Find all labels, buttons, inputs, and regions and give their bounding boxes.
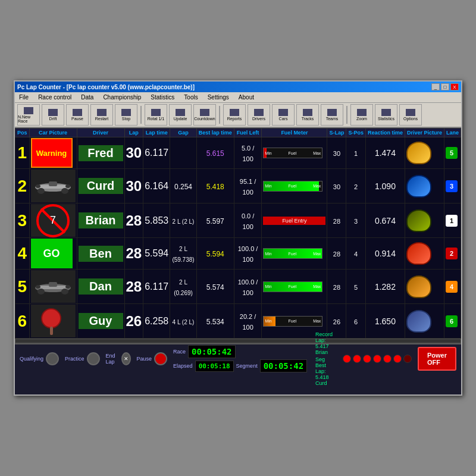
svg-point-15 bbox=[65, 285, 70, 289]
table-row: 3 7 Brian 28 5.853 bbox=[15, 203, 461, 238]
gap-3: 2 L (2 L) bbox=[170, 203, 196, 238]
lane-2: 3 bbox=[444, 169, 461, 203]
close-button[interactable]: X bbox=[450, 83, 459, 90]
pause-section: Pause bbox=[137, 352, 168, 365]
bestlap-5: 5.574 bbox=[196, 270, 234, 304]
col-reaction: Reaction time bbox=[365, 129, 405, 137]
col-gap: Gap bbox=[170, 129, 196, 137]
toolbar-new-race[interactable]: N.New Race bbox=[17, 104, 40, 126]
toolbar-tracks[interactable]: Tracks bbox=[296, 104, 319, 126]
elapsed-time: 00:05:18 bbox=[195, 361, 234, 372]
race-table: Pos Car Picture Driver Lap Lap time Gap … bbox=[15, 128, 461, 339]
elapsed-label: Elapsed bbox=[173, 363, 193, 369]
slap-1: 30 bbox=[327, 137, 346, 169]
light-7 bbox=[403, 355, 412, 363]
toolbar-cars[interactable]: Cars bbox=[272, 104, 295, 126]
toolbar-drift[interactable]: Drift bbox=[42, 104, 64, 126]
driver-3: Brian bbox=[77, 203, 124, 238]
status-bar: Qualifying Practice End Lap ✕ Pause Race… bbox=[15, 343, 461, 373]
window-title: Pc Lap Counter - [Pc lap counter v5.00 (… bbox=[17, 84, 195, 90]
practice-button[interactable] bbox=[87, 352, 100, 365]
horizontal-scrollbar[interactable] bbox=[15, 339, 461, 343]
end-lap-label: End Lap bbox=[106, 353, 119, 365]
lane-5: 4 bbox=[444, 270, 461, 304]
menu-race-control[interactable]: Race control bbox=[36, 94, 73, 101]
menu-file[interactable]: File bbox=[17, 94, 30, 101]
toolbar-options[interactable]: Options bbox=[399, 104, 422, 126]
spos-4: 4 bbox=[346, 238, 366, 270]
car-pic-3: 7 bbox=[29, 203, 77, 238]
menu-about[interactable]: About bbox=[237, 94, 256, 101]
minimize-button[interactable]: _ bbox=[431, 83, 440, 90]
driver-1: Fred bbox=[77, 137, 124, 169]
reaction-2: 1.090 bbox=[365, 169, 405, 203]
fuel-left-1: 5.0 / 100 bbox=[234, 137, 262, 169]
driver-pic-2 bbox=[405, 169, 444, 203]
driver-5: Dan bbox=[77, 270, 124, 304]
paddle-svg bbox=[38, 306, 68, 336]
lap-5: 28 bbox=[124, 270, 143, 304]
menu-settings[interactable]: Settings bbox=[206, 94, 231, 101]
table-header-row: Pos Car Picture Driver Lap Lap time Gap … bbox=[15, 129, 461, 137]
col-driver-pic: Driver Picture bbox=[405, 129, 444, 137]
start-lights bbox=[343, 355, 412, 363]
svg-point-12 bbox=[37, 289, 45, 295]
menu-data[interactable]: Data bbox=[79, 94, 95, 101]
menu-tools[interactable]: Tools bbox=[182, 94, 199, 101]
toolbar-zoom[interactable]: Zoom bbox=[350, 104, 373, 126]
col-best-lap: Best lap time bbox=[196, 129, 234, 137]
toolbar-pause[interactable]: Pause bbox=[66, 104, 89, 126]
race-time: 00:05:42 bbox=[188, 345, 235, 358]
qualifying-button[interactable] bbox=[46, 352, 59, 365]
bestlap-4: 5.594 bbox=[196, 238, 234, 270]
car-pic-1: Warning bbox=[29, 137, 77, 169]
toolbar-restart[interactable]: Restart bbox=[90, 104, 113, 126]
reaction-4: 0.914 bbox=[365, 238, 405, 270]
fuel-meter-2: Min Fuel Max bbox=[262, 169, 327, 203]
qualifying-section: Qualifying bbox=[20, 352, 59, 365]
bestlap-3: 5.597 bbox=[196, 203, 234, 238]
fuel-left-4: 100.0 / 100 bbox=[234, 238, 262, 270]
title-bar: Pc Lap Counter - [Pc lap counter v5.00 (… bbox=[15, 82, 461, 92]
lap-3: 28 bbox=[124, 203, 143, 238]
maximize-button[interactable]: □ bbox=[441, 83, 449, 90]
nosign-svg: 7 bbox=[36, 204, 70, 237]
light-3 bbox=[363, 355, 371, 363]
col-fuel-left: Fuel Left bbox=[234, 129, 262, 137]
svg-point-14 bbox=[36, 285, 40, 289]
fuel-meter-3: Fuel Entry bbox=[262, 203, 327, 238]
fuel-left-6: 20.2 / 100 bbox=[234, 304, 262, 339]
menu-statistics[interactable]: Statistics bbox=[149, 94, 176, 101]
menu-bar: File Race control Data Championship Stat… bbox=[15, 92, 461, 103]
menu-championship[interactable]: Championship bbox=[101, 94, 143, 101]
toolbar-rotate[interactable]: Rotat 1/1 bbox=[145, 104, 167, 126]
toolbar-drivers[interactable]: Drivers bbox=[248, 104, 270, 126]
race-label: Race bbox=[173, 349, 186, 355]
reaction-6: 1.650 bbox=[365, 304, 405, 339]
light-6 bbox=[393, 355, 402, 363]
laptime-6: 6.258 bbox=[143, 304, 170, 339]
end-lap-button[interactable]: ✕ bbox=[121, 352, 131, 365]
practice-section: Practice bbox=[65, 352, 100, 365]
f1car-svg bbox=[32, 177, 74, 196]
toolbar-statistics[interactable]: Statistics bbox=[375, 104, 397, 126]
spos-1: 1 bbox=[346, 137, 366, 169]
driver-4: Ben bbox=[77, 238, 124, 270]
col-lap: Lap bbox=[124, 129, 143, 137]
toolbar-stop[interactable]: Stop bbox=[115, 104, 137, 126]
power-off-button[interactable]: Power OFF bbox=[418, 347, 456, 371]
end-lap-section: End Lap ✕ bbox=[106, 352, 131, 365]
bestlap-1: 5.615 bbox=[196, 137, 234, 169]
pos-4: 4 bbox=[15, 238, 30, 270]
toolbar-reports[interactable]: Reports bbox=[223, 104, 246, 126]
record-lap-text: Record Lap: 5.417 Brian bbox=[315, 331, 333, 355]
bestlap-2: 5.418 bbox=[196, 169, 234, 203]
fuel-meter-4: Min Fuel Max bbox=[262, 238, 327, 270]
toolbar-update[interactable]: Update bbox=[169, 104, 192, 126]
toolbar-countdown[interactable]: Countdown bbox=[193, 104, 216, 126]
slap-3: 28 bbox=[327, 203, 346, 238]
pause-button[interactable] bbox=[154, 352, 167, 365]
toolbar-teams[interactable]: Teams bbox=[321, 104, 343, 126]
light-2 bbox=[353, 355, 361, 363]
pos-3: 3 bbox=[15, 203, 30, 238]
